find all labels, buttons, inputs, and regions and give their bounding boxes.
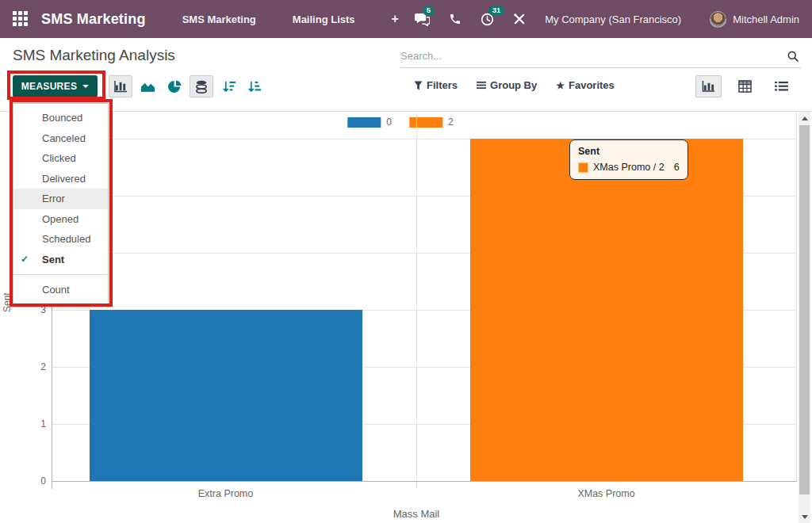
tooltip-value: 6	[674, 162, 680, 173]
bar-chart: 02 0123456Extra PromoXMas Promo Sent Mas…	[0, 0, 812, 523]
legend-item-0[interactable]: 0	[347, 116, 392, 128]
scroll-down-button[interactable]	[799, 510, 810, 523]
scrollbar-thumb[interactable]	[799, 125, 810, 494]
measure-option-sent[interactable]: ✓Sent	[13, 250, 108, 270]
check-icon: ✓	[21, 250, 29, 270]
x-tick-label: Extra Promo	[147, 488, 305, 499]
legend-swatch	[409, 117, 442, 128]
bar-xmas-promo[interactable]	[470, 139, 743, 481]
x-axis-line	[52, 481, 797, 482]
dropdown-separator	[13, 274, 108, 275]
measure-option-delivered[interactable]: Delivered	[13, 169, 108, 189]
scroll-up-button[interactable]	[799, 112, 810, 124]
x-axis-title: Mass Mail	[337, 508, 496, 520]
bar-extra-promo[interactable]	[90, 310, 362, 481]
x-tick-label: XMas Promo	[527, 488, 686, 499]
y-tick-label: 1	[22, 418, 46, 429]
measure-option-count[interactable]: Count	[13, 280, 108, 300]
app-window: SMS Marketing SMS Marketing Mailing List…	[0, 0, 812, 523]
y-tick-label: 0	[22, 475, 46, 487]
measure-option-opened[interactable]: Opened	[13, 209, 108, 230]
category-divider-line	[416, 112, 417, 489]
chart-legend: 02	[347, 116, 453, 128]
measures-dropdown-menu: BouncedCanceledClickedDeliveredErrorOpen…	[13, 103, 109, 305]
vertical-scrollbar[interactable]	[799, 112, 810, 523]
y-tick-label: 2	[22, 361, 46, 372]
measure-option-bounced[interactable]: Bounced	[13, 108, 108, 128]
tooltip-title: Sent	[578, 146, 680, 157]
legend-label: 0	[386, 116, 392, 128]
plot-right-border	[796, 112, 797, 481]
legend-swatch	[347, 117, 381, 128]
tooltip-series-swatch	[578, 162, 588, 173]
chart-tooltip: Sent XMas Promo / 2 6	[569, 139, 688, 180]
tooltip-label: XMas Promo / 2	[593, 162, 665, 173]
measure-option-canceled[interactable]: Canceled	[13, 128, 108, 149]
measure-option-scheduled[interactable]: Scheduled	[13, 229, 108, 250]
y-tick-label: 3	[22, 304, 46, 315]
y-axis-title: Sent	[2, 288, 13, 312]
measure-option-clicked[interactable]: Clicked	[13, 148, 108, 169]
measure-option-error[interactable]: Error	[13, 189, 108, 209]
legend-label: 2	[448, 116, 454, 128]
